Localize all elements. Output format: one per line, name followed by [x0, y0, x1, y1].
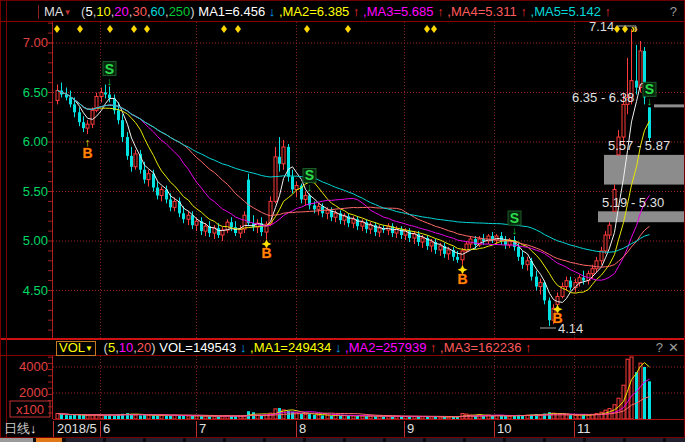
ma-line-5 — [58, 83, 650, 303]
arrow-down-icon: ↓ — [512, 224, 518, 236]
price-axis-label: 5.00 — [23, 233, 48, 248]
bottom-toolbar[interactable] — [0, 438, 685, 442]
month-label: 7 — [199, 421, 206, 437]
gap-band — [654, 104, 685, 107]
date-axis: 日线↓ 2018/567891011 — [0, 421, 685, 437]
toolbar-block[interactable] — [546, 438, 583, 442]
month-label: 6 — [103, 421, 110, 437]
volume-series — [56, 357, 651, 419]
buy-marker: B — [261, 239, 271, 261]
volume-unit-box: x100 — [10, 401, 50, 417]
help-icon[interactable]: ? — [670, 3, 677, 21]
diamond-icon — [431, 25, 437, 33]
toolbar-block[interactable] — [666, 438, 685, 442]
help-icon[interactable]: ? — [656, 340, 663, 355]
gap-band — [604, 155, 685, 185]
toolbar-block[interactable] — [106, 438, 143, 442]
header-text-segment: 20 — [137, 340, 151, 355]
header-text-segment: ,MA2=257939 — [341, 340, 430, 355]
ma-values: MA1=6.456 ↓ ,MA2=6.385 ↑ ,MA3=5.685 ↑ ,M… — [198, 4, 611, 19]
sell-marker: S↓ — [303, 167, 316, 193]
diamond-icon — [424, 25, 430, 33]
header-text-segment: 5 — [85, 4, 92, 19]
vol-indicator-dropdown[interactable]: VOL▼ — [56, 341, 96, 356]
diamond-icon — [235, 25, 241, 33]
toolbar-block[interactable] — [146, 438, 183, 442]
ma-indicator-header: MA▼ (5,10,20,30,60,250) MA1=6.456 ↓ ,MA2… — [0, 3, 685, 21]
toolbar-block[interactable] — [186, 438, 223, 442]
chart-canvas[interactable]: 7.006.506.005.505.004.5040002000 » ↑BS↓B… — [0, 0, 685, 442]
price-axis-label: 4.50 — [23, 283, 48, 298]
svg-text:B: B — [457, 271, 467, 287]
price-axis-label: 6.00 — [23, 134, 48, 149]
month-label: 2018/5 — [57, 421, 97, 437]
toolbar-block[interactable] — [226, 438, 263, 442]
volume-axis-label: 2000 — [19, 385, 48, 400]
ma-indicator-label: MA — [44, 4, 64, 19]
diamond-icon — [345, 25, 351, 33]
header-text-segment: 10 — [119, 340, 133, 355]
month-label: 10 — [497, 421, 511, 437]
buy-marker: ↑B — [82, 136, 92, 161]
buy-marker: B — [457, 265, 467, 287]
header-text-segment: 20 — [114, 4, 128, 19]
ma-params: (5,10,20,30,60,250) — [81, 4, 195, 19]
gap-range-label: 5.57 - 5.87 — [608, 138, 670, 153]
diamond-icon — [304, 25, 310, 33]
month-label: 11 — [577, 421, 591, 437]
arrow-down-icon: ↓ — [30, 421, 37, 436]
toolbar-block[interactable] — [0, 438, 33, 442]
toolbar-block[interactable] — [346, 438, 383, 442]
chevron-down-icon: ▼ — [64, 8, 72, 17]
vol-params: (5,10,20) — [104, 340, 156, 355]
toolbar-block[interactable] — [626, 438, 663, 442]
toolbar-block[interactable] — [506, 438, 543, 442]
header-text-segment: ,MA4=5.311 — [444, 4, 521, 19]
svg-text:B: B — [261, 245, 271, 261]
toolbar-block[interactable] — [306, 438, 343, 442]
svg-text:B: B — [82, 145, 92, 161]
diamond-icon — [77, 25, 83, 33]
close-icon[interactable]: ✕ — [668, 340, 679, 355]
diamond-icon — [131, 25, 137, 33]
diamond-icon — [221, 25, 227, 33]
header-text-segment: ,MA5=5.142 — [527, 4, 605, 19]
month-label: 9 — [407, 421, 414, 437]
toolbar-block[interactable] — [586, 438, 623, 442]
header-divider — [38, 5, 39, 19]
toolbar-block[interactable] — [386, 438, 423, 442]
header-text-segment: 250 — [169, 4, 191, 19]
more-events-icon: » — [631, 22, 638, 36]
header-text-segment: 30 — [132, 4, 146, 19]
header-text-segment: VOL=149543 — [159, 340, 240, 355]
event-diamond-row: » — [54, 22, 638, 36]
toolbar-block[interactable] — [66, 438, 103, 442]
ma-indicator-dropdown[interactable]: MA▼ — [44, 4, 75, 19]
period-label: 日线 — [4, 421, 30, 436]
price-axis-label: 7.00 — [23, 35, 48, 50]
header-text-segment: ,MA3=5.685 — [359, 4, 437, 19]
month-label: 8 — [299, 421, 306, 437]
period-selector[interactable]: 日线↓ — [4, 421, 37, 437]
ma-lines — [58, 83, 650, 303]
diamond-icon — [144, 25, 150, 33]
header-text-segment: MA1=6.456 — [198, 4, 268, 19]
diamond-icon — [54, 25, 60, 33]
price-axis-label: 5.50 — [23, 184, 48, 199]
vol-indicator-label: VOL — [59, 340, 85, 355]
toolbar-block[interactable] — [466, 438, 503, 442]
gap-range-label: 6.35 - 6.38 — [572, 90, 634, 105]
header-text-segment: ) — [151, 340, 155, 355]
chevron-down-icon: ▼ — [85, 344, 93, 353]
price-axis-label: 6.50 — [23, 85, 48, 100]
toolbar-block[interactable] — [426, 438, 463, 442]
sell-marker: S↓ — [103, 61, 116, 87]
gap-band — [598, 211, 685, 222]
vol-ma-line-5 — [58, 363, 650, 417]
toolbar-block[interactable] — [36, 438, 62, 442]
header-text-segment: ,MA3=162236 — [437, 340, 526, 355]
header-text-segment: 10 — [96, 4, 110, 19]
arrow-up-icon: ↑ — [525, 340, 532, 355]
header-text-segment: ,MA2=6.385 — [275, 4, 353, 19]
toolbar-block[interactable] — [266, 438, 303, 442]
